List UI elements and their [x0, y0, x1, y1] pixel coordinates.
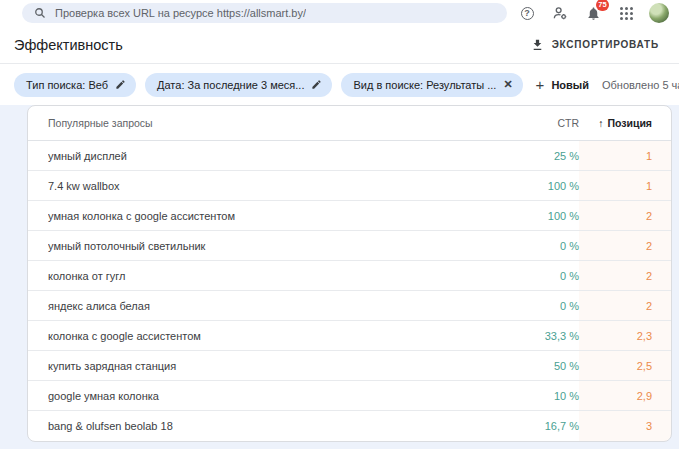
- sort-ascending-icon: ↑: [598, 117, 603, 129]
- query-cell: купить зарядная станция: [48, 360, 469, 372]
- ctr-cell: 0 %: [469, 240, 579, 252]
- filter-chip-group: Тип поиска: Веб ✕ Дата: За последние 3 м…: [14, 73, 523, 97]
- column-header-position-label: Позиция: [607, 117, 652, 129]
- query-cell: google умная колонка: [48, 390, 469, 402]
- query-cell: колонка от гугл: [48, 270, 469, 282]
- search-placeholder-text: Проверка всех URL на ресурсе https://all…: [55, 7, 306, 19]
- ctr-cell: 10 %: [469, 390, 579, 402]
- help-button[interactable]: ?: [517, 3, 537, 23]
- ctr-cell: 100 %: [469, 210, 579, 222]
- new-filter-button[interactable]: + Новый: [532, 75, 593, 94]
- position-cell: 1: [579, 141, 671, 170]
- ctr-cell: 33,3 %: [469, 330, 579, 342]
- table-row[interactable]: умный дисплей 25 % 1: [28, 141, 671, 171]
- edit-filter-icon[interactable]: [115, 79, 126, 90]
- search-icon: [34, 7, 46, 19]
- filters-bar: Тип поиска: Веб ✕ Дата: За последние 3 м…: [0, 64, 679, 105]
- query-cell: яндекс алиса белая: [48, 300, 469, 312]
- table-row[interactable]: умный потолочный светильник 0 % 2: [28, 231, 671, 261]
- position-cell: 2: [579, 201, 671, 230]
- table-row[interactable]: купить зарядная станция 50 % 2,5: [28, 351, 671, 381]
- query-cell: bang & olufsen beolab 18: [48, 420, 469, 432]
- export-button[interactable]: ЭКСПОРТИРОВАТЬ: [525, 34, 665, 55]
- ctr-cell: 0 %: [469, 300, 579, 312]
- notifications-button[interactable]: 75: [583, 3, 603, 23]
- ctr-cell: 100 %: [469, 180, 579, 192]
- notifications-badge: 75: [596, 0, 609, 11]
- query-cell: умная колонка с google ассистентом: [48, 210, 469, 222]
- user-settings-button[interactable]: [550, 3, 570, 23]
- page-title: Эффективность: [14, 37, 123, 53]
- download-icon: [531, 38, 544, 51]
- position-cell: 2,9: [579, 381, 671, 410]
- column-header-position[interactable]: ↑Позиция: [579, 117, 671, 129]
- export-button-label: ЭКСПОРТИРОВАТЬ: [552, 39, 659, 50]
- help-icon: ?: [521, 7, 534, 20]
- table-row[interactable]: google умная колонка 10 % 2,9: [28, 381, 671, 411]
- google-apps-button[interactable]: [616, 3, 636, 23]
- position-cell: 3: [579, 411, 671, 441]
- account-avatar[interactable]: [649, 3, 669, 23]
- query-cell: умный потолочный светильник: [48, 240, 469, 252]
- position-cell: 2,5: [579, 351, 671, 380]
- filter-chip[interactable]: Тип поиска: Веб ✕: [14, 73, 136, 97]
- last-updated-text: Обновлено 5 часов назад: [602, 79, 679, 91]
- table-body: умный дисплей 25 % 1 7.4 kw wallbox 100 …: [28, 141, 671, 441]
- queries-table-card: Популярные запросы CTR ↑Позиция умный ди…: [27, 105, 672, 442]
- new-filter-label: Новый: [551, 79, 589, 91]
- apps-grid-icon: [620, 7, 633, 20]
- table-header-row: Популярные запросы CTR ↑Позиция: [28, 106, 671, 141]
- query-cell: умный дисплей: [48, 150, 469, 162]
- table-row[interactable]: колонка с google ассистентом 33,3 % 2,3: [28, 321, 671, 351]
- table-row[interactable]: 7.4 kw wallbox 100 % 1: [28, 171, 671, 201]
- table-row[interactable]: bang & olufsen beolab 18 16,7 % 3: [28, 411, 671, 441]
- column-header-ctr[interactable]: CTR: [469, 117, 579, 129]
- filter-chip-label: Тип поиска: Веб: [26, 79, 108, 91]
- ctr-cell: 16,7 %: [469, 420, 579, 432]
- topbar-icon-group: ? 75: [517, 3, 673, 23]
- last-updated: Обновлено 5 часов назад ?: [602, 78, 679, 91]
- query-cell: колонка с google ассистентом: [48, 330, 469, 342]
- url-inspection-search-input[interactable]: Проверка всех URL на ресурсе https://all…: [22, 3, 507, 23]
- plus-icon: +: [536, 77, 545, 92]
- ctr-cell: 50 %: [469, 360, 579, 372]
- query-cell: 7.4 kw wallbox: [48, 180, 469, 192]
- table-row[interactable]: яндекс алиса белая 0 % 2: [28, 291, 671, 321]
- search-console-app: Проверка всех URL на ресурсе https://all…: [0, 0, 679, 449]
- ctr-cell: 25 %: [469, 150, 579, 162]
- filter-chip[interactable]: Вид в поиске: Результаты ... ✕: [341, 73, 522, 97]
- table-row[interactable]: колонка от гугл 0 % 2: [28, 261, 671, 291]
- filter-chip-label: Дата: За последние 3 меся...: [157, 79, 304, 91]
- position-cell: 1: [579, 171, 671, 200]
- user-settings-icon: [552, 5, 568, 21]
- position-cell: 2,3: [579, 321, 671, 350]
- content-area: Популярные запросы CTR ↑Позиция умный ди…: [0, 105, 679, 449]
- column-header-queries[interactable]: Популярные запросы: [48, 117, 469, 129]
- position-cell: 2: [579, 231, 671, 260]
- filter-chip[interactable]: Дата: За последние 3 меся... ✕: [145, 73, 332, 97]
- page-header: Эффективность ЭКСПОРТИРОВАТЬ: [0, 26, 679, 63]
- position-cell: 2: [579, 291, 671, 320]
- remove-filter-icon[interactable]: ✕: [503, 79, 512, 90]
- filter-chip-label: Вид в поиске: Результаты ...: [353, 79, 496, 91]
- table-row[interactable]: умная колонка с google ассистентом 100 %…: [28, 201, 671, 231]
- ctr-cell: 0 %: [469, 270, 579, 282]
- top-app-bar: Проверка всех URL на ресурсе https://all…: [0, 0, 679, 26]
- position-cell: 2: [579, 261, 671, 290]
- edit-filter-icon[interactable]: [311, 79, 322, 90]
